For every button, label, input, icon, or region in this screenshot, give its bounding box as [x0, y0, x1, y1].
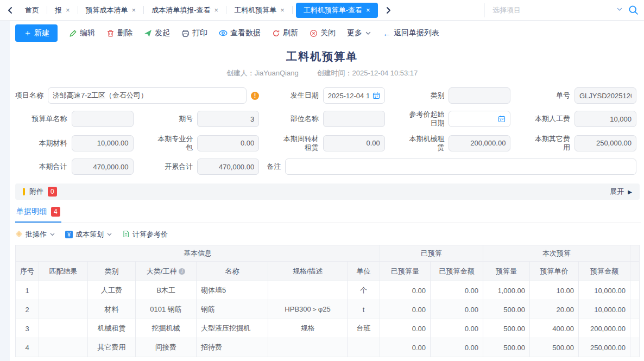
calc-ref-price-button[interactable]: 计算参考价 [122, 230, 168, 239]
tab-0[interactable]: 首页 [17, 0, 47, 20]
category-input[interactable] [449, 87, 510, 104]
field-label: 本期专业分包 [156, 135, 193, 153]
table-cell: 0101 钢筋 [136, 300, 197, 319]
tab-2[interactable]: 预算成本清单× [78, 0, 144, 20]
labor-fee-input[interactable]: 10,000 [574, 111, 636, 127]
column-header[interactable]: 预算单价 [530, 262, 579, 281]
field-value: 470,000.00 [202, 163, 254, 171]
remark-input[interactable] [285, 159, 636, 175]
table-cell: 1,000.00 [483, 281, 530, 300]
detail-table-body: 1人工费B木工砌体墙5个0.000.001,000.0010.0010,000.… [16, 281, 640, 357]
detail-table-head: 基本信息已预算本次预算序号匹配结果类别大类/工种i名称规格/描述单位已预算量已预… [16, 245, 640, 281]
subcontract-fee-input[interactable]: 0.00 [197, 135, 259, 151]
tab-detail-rows[interactable]: 单据明细 4 [15, 207, 61, 223]
column-header[interactable]: 预算量 [483, 262, 530, 281]
tab-close-icon[interactable]: × [366, 7, 370, 14]
table-cell-sliver [630, 281, 640, 300]
field-category: 类别 [393, 87, 511, 104]
launch-button-label: 发起 [155, 28, 170, 38]
table-cell-sliver [630, 338, 640, 357]
table-row[interactable]: 4其它费用间接费招待费0.000.00500.00500.00250,000.0… [16, 338, 640, 357]
column-header[interactable]: 名称 [197, 262, 268, 281]
column-header[interactable]: 匹配结果 [39, 262, 88, 281]
table-cell: HPB300＞φ25 [268, 300, 348, 319]
tab-close-icon[interactable]: × [132, 7, 136, 14]
column-header[interactable]: 规格/描述 [268, 262, 348, 281]
delete-button[interactable]: 删除 [106, 28, 132, 38]
back-to-list-button[interactable]: ← 返回单据列表 [383, 28, 439, 38]
accum-total-input[interactable]: 470,000.00 [197, 159, 259, 175]
doc-meta: 创建人：JiaYuanQiang 创建时间：2025-12-04 10:53:1… [0, 68, 644, 78]
part-name-input[interactable] [323, 111, 385, 127]
close-circle-icon [310, 29, 318, 37]
period-input[interactable]: 3 [197, 111, 259, 127]
send-icon [144, 29, 152, 37]
refresh-button[interactable]: 刷新 [272, 28, 298, 38]
table-cell: 0.00 [431, 319, 483, 338]
more-button[interactable]: 更多 [347, 28, 371, 38]
created-time: 创建时间：2025-12-04 10:53:17 [317, 68, 418, 78]
cost-plan-button[interactable]: ¥ 成本策划 [65, 230, 112, 239]
expand-button[interactable]: 展开 ▶ [610, 187, 632, 197]
doc-no-input[interactable]: GLJYSD202512040 [574, 87, 636, 104]
table-cell: 3 [16, 319, 39, 338]
tab-4[interactable]: 工料机预算单× [226, 0, 292, 20]
calendar-icon[interactable] [372, 92, 380, 99]
detail-tab-label: 单据明细 [16, 207, 47, 217]
edit-button[interactable]: 编辑 [69, 28, 95, 38]
search-icon[interactable] [628, 5, 639, 15]
column-header[interactable]: 预算金额 [579, 262, 630, 281]
detail-count-badge: 4 [51, 207, 60, 217]
turnover-fee-input[interactable]: 0.00 [323, 135, 385, 151]
occur-date-input[interactable]: 2025-12-04 10: [323, 87, 385, 104]
column-header[interactable]: 已预算金额 [431, 262, 483, 281]
new-button[interactable]: ＋ 新建 [15, 24, 58, 42]
budget-name-input[interactable] [72, 111, 134, 127]
column-header[interactable]: 单位 [348, 262, 380, 281]
view-data-button[interactable]: 查看数据 [219, 28, 261, 38]
project-name-input[interactable]: 济邹高速7-2工区（金石公司） [48, 87, 247, 104]
other-fee-input[interactable]: 250,000.00 [574, 135, 636, 151]
field-label: 预算单名称 [32, 115, 67, 123]
warning-icon: ! [251, 92, 259, 100]
tab-bar: 首页报×预算成本清单×成本清单填报-查看×工料机预算单×工料机预算单-查看× 选… [0, 0, 644, 21]
form: 项目名称 济邹高速7-2工区（金石公司） ! 发生日期 2025-12-04 1… [15, 87, 636, 175]
table-row[interactable]: 2材料0101 钢筋钢筋HPB300＞φ25t0.000.00500.0020.… [16, 300, 640, 319]
column-header[interactable]: 已预算量 [380, 262, 431, 281]
field-value: 0.00 [202, 139, 254, 147]
column-header[interactable]: 类别 [88, 262, 136, 281]
print-button[interactable]: 打印 [181, 28, 207, 38]
field-machine-fee: 本期机械租赁 200,000.00 [393, 135, 511, 153]
close-button[interactable]: 关闭 [310, 28, 336, 38]
field-label: 发生日期 [291, 91, 319, 100]
total-input[interactable]: 470,000.00 [72, 159, 134, 175]
field-value: 0.00 [328, 139, 380, 147]
arrow-left-icon: ← [383, 29, 391, 38]
machine-fee-input[interactable]: 200,000.00 [449, 135, 510, 151]
table-row[interactable]: 1人工费B木工砌体墙5个0.000.001,000.0010.0010,000.… [16, 281, 640, 300]
tab-close-icon[interactable]: × [280, 7, 285, 14]
chevron-right-icon[interactable] [381, 7, 395, 14]
material-fee-input[interactable]: 10,000.00 [72, 135, 134, 151]
calendar-icon[interactable] [498, 115, 506, 123]
launch-button[interactable]: 发起 [144, 28, 170, 38]
ref-price-date-input[interactable] [449, 111, 510, 127]
chevron-down-icon [49, 231, 55, 239]
batch-ops-button[interactable]: 批操作 [15, 230, 55, 239]
tab-1[interactable]: 报× [47, 0, 78, 20]
field-label: 本期人工费 [535, 115, 570, 123]
field-value: 2025-12-04 10: [328, 92, 369, 100]
project-select[interactable]: 选择项目 [484, 3, 623, 17]
field-label: 备注 [267, 162, 281, 171]
tab-close-icon[interactable]: × [66, 7, 70, 14]
tab-3[interactable]: 成本清单填报-查看× [144, 0, 226, 20]
table-row[interactable]: 3机械租赁挖掘机械大型液压挖掘机规格台班0.000.00500.00400.00… [16, 319, 640, 338]
tab-5-active[interactable]: 工料机预算单-查看× [296, 3, 378, 18]
column-header[interactable]: 序号 [16, 262, 39, 281]
tab-close-icon[interactable]: × [214, 7, 219, 14]
attachment-panel-header[interactable]: 附件 0 展开 ▶ [15, 183, 640, 200]
column-header[interactable]: 大类/工种i [136, 262, 197, 281]
table-cell: 材料 [88, 300, 136, 319]
chevron-left-icon[interactable] [3, 7, 17, 14]
detail-tabs: 单据明细 4 [15, 207, 641, 223]
